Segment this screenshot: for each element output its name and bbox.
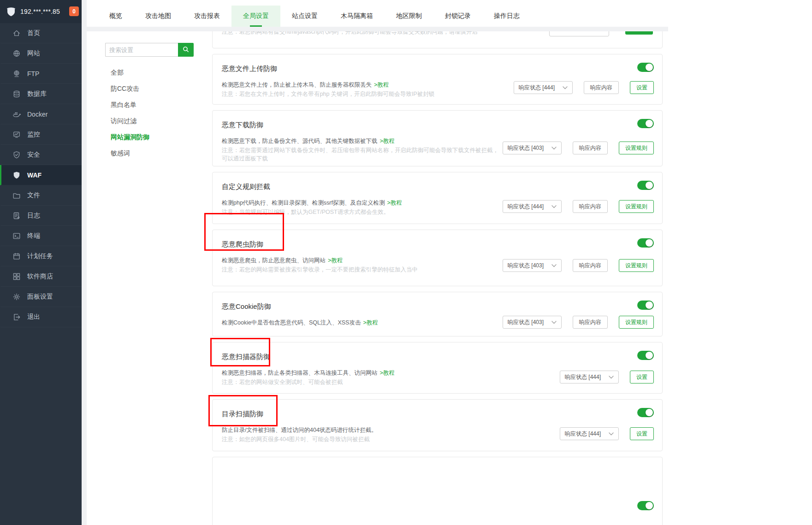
response-status-dropdown[interactable]: 响应状态 [444] [503,200,562,213]
card-controls: 响应状态 [444] 响应内容设置 [514,81,654,94]
toggle-on[interactable] [637,119,654,128]
sidebar-item-terminal[interactable]: 终端 [0,226,82,246]
response-status-dropdown[interactable]: 响应状态 [444] [514,81,573,94]
sidebar-item-monitor[interactable]: 监控 [0,124,82,145]
set-rules-button[interactable]: 设置规则 [619,200,654,213]
tab-site-settings[interactable]: 站点设置 [280,6,329,27]
tutorial-link[interactable]: >教程 [387,200,402,206]
folder-icon [12,191,21,200]
server-ip: 192.***.***.85 [20,8,60,15]
response-content-button[interactable]: 响应内容 [584,81,619,94]
tutorial-link[interactable]: >教程 [374,82,389,88]
settings-button[interactable]: 设置 [630,371,654,383]
response-status-dropdown[interactable]: 响应状态 [403] [503,259,562,272]
card-controls: 响应状态 [444] 设置 [560,371,654,383]
tutorial-link[interactable]: >教程 [380,370,395,376]
sidebar-item-logs[interactable]: 日志 [0,206,82,226]
sidebar-item-docker[interactable]: Docker [0,104,82,124]
sidebar-item-panel-settings[interactable]: 面板设置 [0,287,82,307]
card-description: 检测Cookie中是否包含恶意代码、SQL注入、XSS攻击>教程 [222,319,378,327]
set-rules-button[interactable]: 设置规则 [619,316,654,329]
tutorial-link[interactable]: >教程 [328,257,343,264]
sidebar-item-logout[interactable]: 退出 [0,307,82,327]
tab-operation-logs[interactable]: 操作日志 [482,6,531,27]
response-status-dropdown-fragment[interactable] [549,31,609,36]
tutorial-link[interactable]: >教程 [380,138,395,144]
sidebar-item-database[interactable]: 数据库 [0,84,82,104]
globe-icon [12,49,21,58]
tab-attack-map[interactable]: 攻击地图 [134,6,183,27]
tab-overview[interactable]: 概览 [98,6,134,27]
settings-button[interactable]: 设置 [630,81,654,94]
main-area: 概览 攻击地图 攻击报表 全局设置 站点设置 木马隔离箱 地区限制 封锁记录 操… [82,0,812,525]
filter-item-access-filter[interactable]: 访问过滤 [111,113,149,129]
sidebar-item-label: 网站 [27,49,40,58]
filter-item-vuln-defense[interactable]: 网站漏洞防御 [111,129,149,145]
ftp-icon [12,70,21,78]
sidebar-item-label: 安全 [27,151,40,159]
tab-block-records[interactable]: 封锁记录 [433,6,482,27]
toggle-on[interactable] [637,408,654,417]
settings-button[interactable]: 设置 [630,427,654,440]
filter-item-all[interactable]: 全部 [111,65,149,81]
home-icon [12,29,21,37]
search-button[interactable] [178,43,194,57]
response-content-button[interactable]: 响应内容 [573,142,608,154]
filter-item-sensitive-words[interactable]: 敏感词 [111,145,149,161]
response-status-dropdown-label: 响应状态 [403] [508,262,544,270]
sidebar-item-label: 监控 [27,130,40,139]
response-content-button[interactable]: 响应内容 [573,259,608,272]
sidebar-nav: 首页 网站 FTP 数据库 Docker 监控 安全 WAF 文件 日志 终端 … [0,23,82,327]
sidebar-item-files[interactable]: 文件 [0,185,82,206]
response-content-button[interactable]: 响应内容 [573,316,608,329]
toggle-on[interactable] [637,301,654,310]
response-status-dropdown[interactable]: 响应状态 [444] [560,371,619,383]
response-content-button[interactable]: 响应内容 [573,200,608,213]
sidebar-item-website[interactable]: 网站 [0,43,82,64]
response-status-dropdown[interactable]: 响应状态 [403] [503,316,562,329]
toggle-on[interactable] [637,351,654,360]
sidebar-item-ftp[interactable]: FTP [0,64,82,84]
sidebar-item-label: 退出 [27,313,40,321]
toggle-on[interactable] [637,238,654,248]
chevron-down-icon [551,203,557,210]
tab-trojan-quarantine[interactable]: 木马隔离箱 [329,6,385,27]
settings-button-fragment[interactable] [625,31,653,35]
tab-label: 攻击报表 [194,12,220,20]
response-status-dropdown[interactable]: 响应状态 [444] [560,427,619,440]
search-input[interactable] [105,43,178,57]
tab-attack-report[interactable]: 攻击报表 [183,6,231,27]
monitor-icon [12,130,21,139]
toggle-on[interactable] [637,181,654,190]
set-rules-button[interactable]: 设置规则 [619,142,654,154]
tab-label: 攻击地图 [145,12,171,20]
database-icon [12,90,21,98]
sidebar-item-app-store[interactable]: 软件商店 [0,266,82,287]
docker-icon [12,110,21,118]
tab-global-settings[interactable]: 全局设置 [231,6,280,27]
card-controls: 响应状态 [403] 响应内容设置规则 [503,316,654,329]
toggle-on[interactable] [637,501,654,510]
tab-label: 操作日志 [494,12,520,20]
card-controls: 响应状态 [403] 响应内容设置规则 [503,259,654,272]
card-controls: 响应状态 [403] 响应内容设置规则 [503,142,654,154]
toggle-on[interactable] [637,63,654,72]
response-status-dropdown[interactable]: 响应状态 [403] [503,142,562,154]
chevron-down-icon [551,145,557,151]
sidebar-item-label: 首页 [27,29,40,37]
sidebar-item-cron[interactable]: 计划任务 [0,246,82,266]
settings-list: 注意：若您的网站有提交html/javascript代码时，开启此防御可能会导致… [212,31,663,525]
filter-item-black-white-list[interactable]: 黑白名单 [111,97,149,113]
response-status-dropdown-label: 响应状态 [444] [565,430,601,438]
tab-region-limit[interactable]: 地区限制 [385,6,433,27]
sidebar-item-home[interactable]: 首页 [0,23,82,43]
message-count-badge[interactable]: 0 [69,6,79,16]
tutorial-link[interactable]: >教程 [363,319,378,326]
sidebar-item-waf[interactable]: WAF [0,165,82,185]
card-title: 恶意Cookie防御 [222,302,271,311]
tab-bar: 概览 攻击地图 攻击报表 全局设置 站点设置 木马隔离箱 地区限制 封锁记录 操… [87,0,531,27]
response-status-dropdown-label: 响应状态 [444] [508,203,544,211]
filter-item-anti-cc[interactable]: 防CC攻击 [111,81,149,97]
sidebar-item-security[interactable]: 安全 [0,145,82,165]
set-rules-button[interactable]: 设置规则 [619,259,654,272]
